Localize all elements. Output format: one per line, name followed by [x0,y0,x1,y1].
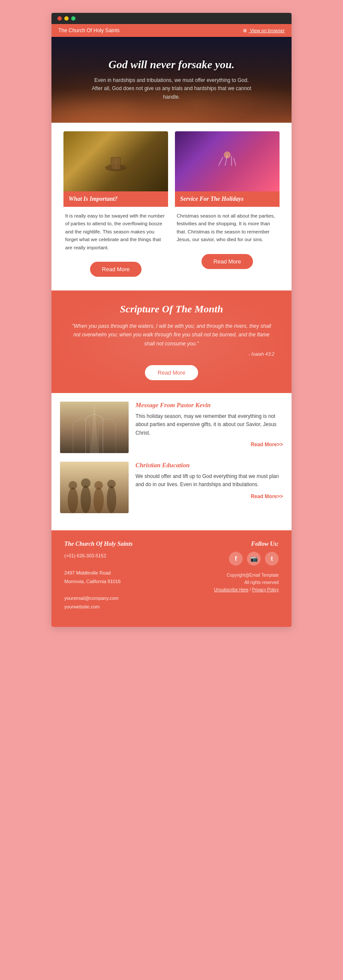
scripture-section: Scripture Of The Month "When you pass th… [51,290,292,393]
worship-svg [210,148,244,174]
svg-line-8 [234,158,236,166]
dot-red [57,16,62,21]
side-article-content-1: Message From Pastor Kevin This holiday s… [135,402,283,448]
read-more-btn-1[interactable]: Read More [90,262,141,277]
footer-church-name: The Church Of Holy Saints [64,541,132,547]
footer-email: youremail@company.com [64,596,119,601]
dot-yellow [64,16,69,21]
svg-point-15 [69,481,77,490]
svg-point-16 [81,486,91,513]
email-header-bar: The Church Of Holy Saints 🖥 View on brow… [51,24,292,37]
read-more-btn-2[interactable]: Read More [202,254,253,269]
svg-point-14 [68,487,78,513]
group-svg [60,462,129,513]
svg-point-17 [81,478,90,488]
side-article-body-1: This holiday season, may we remember tha… [135,412,283,437]
footer-address-2: Monrovia, California 91016 [64,579,120,584]
two-col-section: What Is Important? It is really easy to … [51,123,292,290]
side-article-img-2 [60,462,129,513]
twitter-icon[interactable]: t [265,552,279,566]
scripture-heading: Scripture Of The Month [69,303,274,315]
instagram-icon[interactable]: 📷 [247,552,261,566]
cathedral-svg [60,402,129,453]
hero-heading: God will never forsake you. [90,58,253,71]
side-article-img-1 [60,402,129,453]
svg-point-21 [107,480,116,488]
footer-website: yourwebsite.com [64,604,100,609]
article-img-worship [175,131,280,191]
svg-line-5 [219,157,223,166]
article-img-2 [175,131,280,191]
article-col-1: What Is Important? It is really easy to … [63,131,168,282]
article-body-2: Christmas season is not all about the pa… [175,207,280,249]
hero-section: God will never forsake you. Even in hard… [51,37,292,123]
footer-section: The Church Of Holy Saints (+01) 626-303-… [51,530,292,627]
social-icons: f 📷 t [214,552,279,566]
article-title-bar-2: Service For The Holidays [175,191,280,207]
article-col-2: Service For The Holidays Christmas seaso… [175,131,280,282]
footer-address-1: 2497 Middleville Road [64,570,111,575]
svg-point-19 [94,481,103,490]
side-article-title-2: Christian Education [135,462,283,469]
group-image [60,462,129,513]
article-title-1: What Is Important? [69,196,163,203]
footer-top: The Church Of Holy Saints (+01) 626-303-… [64,541,279,611]
footer-right: Follow Us: f 📷 t Copyright@Email Templat… [214,541,279,611]
article-body-1: It is really easy to be swayed with the … [63,207,168,257]
scripture-quote: "When you pass through the waters, I wil… [69,322,274,348]
view-browser-link[interactable]: 🖥 View on browser [242,28,285,33]
brand-name: The Church Of Holy Saints [58,27,120,33]
article-img-1 [63,131,168,191]
title-bar [51,13,292,24]
scripture-reference: - Isaiah 43:2 [69,351,274,357]
unsubscribe-link[interactable]: Unsubscribe Here [214,587,248,592]
side-article-title-1: Message From Pastor Kevin [135,402,283,409]
footer-follow-us: Follow Us: [214,541,279,547]
hero-content: God will never forsake you. Even in hard… [90,58,253,101]
side-article-content-2: Christian Education We should offer and … [135,462,283,499]
monitor-icon: 🖥 [242,28,247,33]
side-articles-section: Message From Pastor Kevin This holiday s… [51,393,292,530]
article-title-2: Service For The Holidays [180,196,274,203]
side-article-read-more-1[interactable]: Read More>> [135,442,283,448]
hero-subtext: Even in hardships and tribulations, we m… [90,76,253,101]
side-article-read-more-2[interactable]: Read More>> [135,493,283,499]
svg-point-18 [93,487,104,513]
side-article-2: Christian Education We should offer and … [60,462,283,513]
privacy-link[interactable]: Privacy Policy [252,587,279,592]
scripture-read-more-btn[interactable]: Read More [145,365,198,380]
footer-copyright: Copyright@Email Template All rights rese… [214,572,279,593]
dot-green [71,16,75,21]
hands-svg [99,148,133,174]
facebook-icon[interactable]: f [229,552,243,566]
footer-phone: (+01) 626-303-5152 [64,553,106,558]
svg-point-20 [107,486,116,513]
article-img-hands [63,131,168,191]
cathedral-image [60,402,129,453]
side-article-1: Message From Pastor Kevin This holiday s… [60,402,283,453]
side-article-body-2: We should offer and lift up to God every… [135,472,283,489]
footer-left: The Church Of Holy Saints (+01) 626-303-… [64,541,132,611]
article-title-bar-1: What Is Important? [63,191,168,207]
